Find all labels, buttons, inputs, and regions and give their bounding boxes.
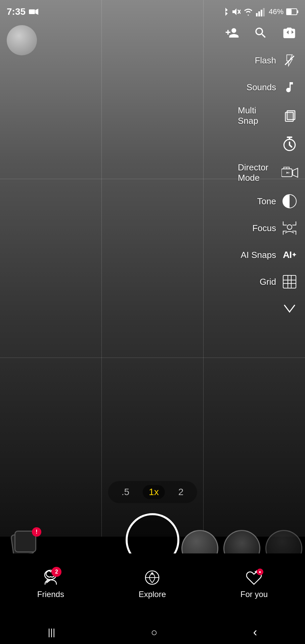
status-icons-left <box>29 8 38 15</box>
right-panel: Flash Sounds Multi Snap <box>231 47 305 322</box>
ai-snaps-button[interactable]: AI Snaps AI✦ <box>231 241 305 268</box>
mute-icon <box>232 7 241 16</box>
svg-rect-6 <box>261 10 262 16</box>
nav-explore[interactable]: Explore <box>132 565 173 602</box>
multi-snap-button[interactable]: Multi Snap <box>231 101 305 131</box>
video-icon <box>29 8 38 15</box>
director-mode-button[interactable]: Director Mode <box>231 158 305 188</box>
svg-rect-10 <box>297 10 298 13</box>
top-controls <box>223 23 298 42</box>
status-bar: 7:35 <box>0 0 305 23</box>
focus-button[interactable]: Focus <box>231 215 305 241</box>
chevron-down-icon <box>281 300 298 317</box>
sounds-button[interactable]: Sounds <box>231 74 305 101</box>
focus-icon <box>281 219 298 237</box>
svg-rect-13 <box>287 111 295 120</box>
search-button[interactable] <box>251 23 270 42</box>
foryou-icon: ● <box>245 569 263 587</box>
svg-rect-5 <box>258 11 260 16</box>
friends-icon: 2 <box>41 569 60 587</box>
panel-collapse-button[interactable] <box>231 295 305 322</box>
bottom-nav: 2 Friends Explore ● For you <box>0 553 305 621</box>
battery-level: 46% <box>269 7 284 16</box>
friends-label: Friends <box>37 590 64 599</box>
signal-icon <box>256 7 266 16</box>
svg-marker-1 <box>35 9 38 15</box>
grid-label: Grid <box>260 277 276 287</box>
gallery-button[interactable]: ! <box>12 530 39 555</box>
zoom-2x-button[interactable]: 2 <box>175 485 187 499</box>
tone-icon <box>281 193 298 210</box>
svg-rect-9 <box>287 9 292 14</box>
svg-point-19 <box>287 225 292 229</box>
svg-rect-4 <box>256 13 258 16</box>
tone-label: Tone <box>257 196 276 207</box>
gallery-badge: ! <box>32 527 41 537</box>
zoom-1x-button[interactable]: 1x <box>143 485 165 499</box>
flash-button[interactable]: Flash <box>231 47 305 74</box>
svg-rect-0 <box>29 9 35 14</box>
android-home-button[interactable]: ○ <box>147 623 161 642</box>
flip-camera-button[interactable] <box>280 23 298 42</box>
nav-foryou[interactable]: ● For you <box>234 565 274 602</box>
android-recent-button[interactable]: ||| <box>44 624 58 641</box>
sounds-label: Sounds <box>247 82 276 93</box>
timer-button[interactable] <box>231 131 305 158</box>
foryou-badge: ● <box>257 569 263 575</box>
explore-icon <box>143 569 162 587</box>
svg-rect-7 <box>263 8 265 16</box>
battery-icon <box>286 8 298 15</box>
grid-line <box>203 0 204 537</box>
multi-snap-icon <box>282 107 298 124</box>
android-back-button[interactable]: ‹ <box>250 622 261 643</box>
svg-marker-16 <box>293 168 298 177</box>
focus-label: Focus <box>252 223 276 233</box>
status-icons-right: 46% <box>222 7 298 16</box>
director-mode-icon <box>281 164 298 181</box>
zoom-controls: .5 1x 2 <box>108 481 197 503</box>
add-friend-button[interactable] <box>223 23 241 42</box>
svg-rect-20 <box>283 275 296 288</box>
nav-friends[interactable]: 2 Friends <box>31 565 71 602</box>
timer-icon <box>281 136 298 153</box>
wifi-icon <box>243 7 253 16</box>
multi-snap-label: Multi Snap <box>238 105 277 126</box>
ai-snaps-label: AI Snaps <box>241 250 276 260</box>
flash-label: Flash <box>255 55 276 66</box>
grid-icon <box>281 273 298 290</box>
grid-line <box>101 0 102 537</box>
tone-button[interactable]: Tone <box>231 188 305 215</box>
explore-label: Explore <box>139 590 166 599</box>
flash-icon <box>281 52 298 69</box>
foryou-label: For you <box>241 590 268 599</box>
director-mode-label: Director Mode <box>238 162 277 183</box>
user-avatar[interactable] <box>7 25 37 55</box>
ai-snaps-icon: AI✦ <box>281 246 298 264</box>
grid-button[interactable]: Grid <box>231 268 305 295</box>
android-nav: ||| ○ ‹ <box>0 621 305 644</box>
bluetooth-icon <box>222 7 229 16</box>
grid-line <box>0 358 305 358</box>
zoom-05-button[interactable]: .5 <box>118 485 133 499</box>
sounds-icon <box>281 78 298 96</box>
status-time: 7:35 <box>7 6 26 17</box>
friends-badge: 2 <box>51 567 61 577</box>
